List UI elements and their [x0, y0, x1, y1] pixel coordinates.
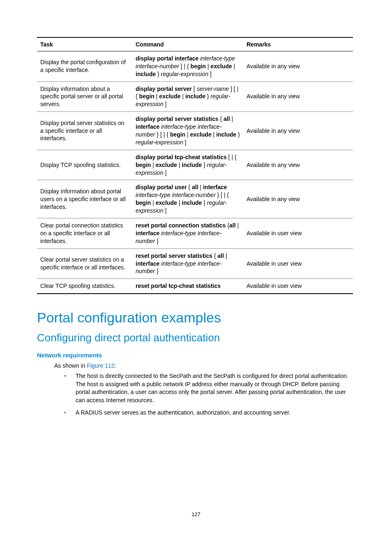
heading-1: Portal configuration examples	[37, 310, 353, 326]
cell-remarks: Available in user view	[243, 248, 353, 279]
cell-task: Display information about portal users o…	[37, 180, 132, 218]
cell-task: Display information about a specific por…	[37, 81, 132, 112]
cell-command: display portal server statistics { all |…	[132, 112, 243, 150]
table-row: Display information about portal users o…	[37, 180, 353, 218]
cell-remarks: Available in any view	[243, 81, 353, 112]
cell-task: Display the portal configuration of a sp…	[37, 51, 132, 81]
figure-link[interactable]: Figure 112	[87, 362, 114, 369]
cell-remarks: Available in any view	[243, 112, 353, 150]
cell-task: Display TCP spoofing statistics.	[37, 150, 132, 180]
cell-task: Clear portal server statistics on a spec…	[37, 248, 132, 279]
cell-command: reset portal tcp-cheat statistics	[132, 279, 243, 294]
cell-command: reset portal server statistics { all | i…	[132, 248, 243, 279]
cell-command: display portal user { all | interface in…	[132, 180, 243, 218]
cell-remarks: Available in user view	[243, 218, 353, 249]
list-item: A RADIUS server serves as the authentica…	[70, 409, 353, 417]
table-row: Clear portal connection statistics on a …	[37, 218, 353, 249]
cell-remarks: Available in any view	[243, 51, 353, 81]
cell-remarks: Available in user view	[243, 279, 353, 294]
intro-prefix: As shown in	[54, 362, 87, 369]
command-table: Task Command Remarks Display the portal …	[37, 37, 353, 294]
cell-task: Clear portal connection statistics on a …	[37, 218, 132, 249]
cell-task: Display portal server statistics on a sp…	[37, 112, 132, 150]
table-row: Display portal server statistics on a sp…	[37, 112, 353, 150]
heading-2: Configuring direct portal authentication	[37, 331, 353, 344]
cell-command: display portal interface interface-type …	[132, 51, 243, 81]
table-row: Display the portal configuration of a sp…	[37, 51, 353, 81]
header-remarks: Remarks	[243, 37, 353, 51]
heading-3: Network requirements	[37, 352, 353, 359]
table-header-row: Task Command Remarks	[37, 37, 353, 51]
bullet-list: The host is directly connected to the Se…	[70, 372, 353, 417]
page-number: 127	[0, 511, 392, 517]
header-command: Command	[132, 37, 243, 51]
header-task: Task	[37, 37, 132, 51]
cell-command: display portal server [ server-name ] [ …	[132, 81, 243, 112]
cell-remarks: Available in any view	[243, 180, 353, 218]
cell-command: display portal tcp-cheat statistics [ | …	[132, 150, 243, 180]
table-row: Display TCP spoofing statistics.display …	[37, 150, 353, 180]
intro-paragraph: As shown in Figure 112:	[54, 362, 353, 370]
intro-suffix: :	[114, 362, 116, 369]
cell-command: reset portal connection statistics {all …	[132, 218, 243, 249]
cell-remarks: Available in any view	[243, 150, 353, 180]
table-row: Clear TCP spoofing statistics.reset port…	[37, 279, 353, 294]
table-row: Display information about a specific por…	[37, 81, 353, 112]
table-row: Clear portal server statistics on a spec…	[37, 248, 353, 279]
list-item: The host is directly connected to the Se…	[70, 372, 353, 404]
cell-task: Clear TCP spoofing statistics.	[37, 279, 132, 294]
